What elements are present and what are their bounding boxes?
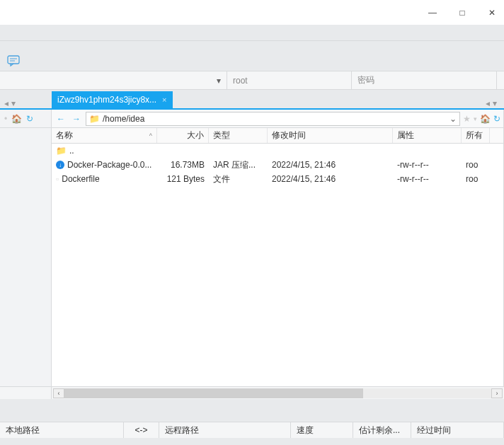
file-name: Dockerfile (62, 174, 99, 184)
cell-size: 16.73MB (157, 160, 209, 170)
remote-nav-back-icon[interactable]: ◂ (486, 98, 490, 108)
col-name-header[interactable]: 名称 (52, 128, 157, 143)
local-tab-nav: ◂ ▾ (0, 98, 52, 108)
status-header-row: 本地路径 <-> 远程路径 速度 估计剩余... 经过时间 (0, 422, 504, 438)
password-field[interactable]: 密码 (352, 71, 497, 89)
cell-modified: 2022/4/15, 21:46 (268, 160, 393, 170)
hscroll-right-button[interactable]: › (491, 388, 503, 398)
col-owner-header[interactable]: 所有 (462, 128, 490, 143)
session-tab-label: iZwz9hv1phm24s3jicy8x... (57, 95, 156, 105)
local-nav-back-icon[interactable]: ◂ (4, 98, 8, 108)
window-minimize-button[interactable]: — (426, 6, 439, 19)
host-dropdown-icon[interactable]: ▾ (217, 76, 221, 86)
hscroll-row: ‹ › (0, 386, 504, 399)
remote-nav-menu-icon[interactable]: ▾ (493, 98, 497, 108)
hscroll-thumb[interactable] (64, 388, 363, 398)
main-split: • 🏠 ↻ ← → 📁 /home/idea ⌄ ★ ▾ 🏠 ↻ 名称 大小 类… (0, 108, 504, 386)
cell-modified: 2022/4/15, 21:46 (268, 174, 393, 184)
connection-bar: ▾ root 密码 (0, 71, 504, 90)
folder-icon: 📁 (89, 114, 100, 124)
hscroll-bar[interactable]: ‹ › (52, 387, 504, 399)
window-titlebar: — □ ✕ (0, 0, 504, 25)
status-col-remote[interactable]: 远程路径 (159, 422, 291, 438)
cell-attr: -rw-r--r-- (393, 174, 462, 184)
file-grid: 名称 大小 类型 修改时间 属性 所有 📁..↓Docker-Package-0… (52, 128, 503, 386)
nav-forward-button[interactable]: → (70, 112, 83, 125)
status-col-direction[interactable]: <-> (124, 422, 159, 438)
cell-name: ▫Dockerfile (52, 174, 157, 184)
local-panel-strip: • 🏠 ↻ (0, 110, 52, 386)
cell-owner: roo (462, 160, 490, 170)
hscroll-left-spacer (0, 387, 52, 399)
file-row[interactable]: 📁.. (52, 144, 503, 158)
local-nav-menu-icon[interactable]: ▾ (11, 98, 16, 108)
status-col-speed[interactable]: 速度 (291, 422, 353, 438)
local-toolbar: • 🏠 ↻ (0, 110, 51, 128)
col-size-header[interactable]: 大小 (157, 128, 209, 143)
window-close-button[interactable]: ✕ (486, 6, 498, 19)
file-row[interactable]: ↓Docker-Package-0.0...16.73MBJAR 压缩...20… (52, 158, 503, 172)
username-placeholder: root (233, 76, 248, 86)
nav-back-button[interactable]: ← (55, 112, 67, 125)
folder-up-icon: 📁 (56, 146, 67, 156)
password-placeholder: 密码 (357, 74, 374, 86)
file-name: Docker-Package-0.0... (67, 160, 151, 170)
window-maximize-button[interactable]: □ (456, 6, 469, 19)
remote-home-icon[interactable]: 🏠 (480, 114, 491, 124)
hscroll-track[interactable] (64, 388, 491, 398)
remote-panel: ← → 📁 /home/idea ⌄ ★ ▾ 🏠 ↻ 名称 大小 类型 修改时间… (52, 110, 504, 386)
cell-type: 文件 (209, 173, 268, 185)
bookmark-dropdown-icon[interactable]: ▾ (474, 115, 477, 122)
transfer-queue-area (0, 399, 504, 422)
session-tab-bar: ◂ ▾ iZwz9hv1phm24s3jicy8x... × ◂ ▾ (0, 90, 504, 108)
file-icon: ▫ (56, 174, 59, 184)
path-text: /home/idea (103, 114, 447, 124)
col-modified-header[interactable]: 修改时间 (268, 128, 393, 143)
col-type-header[interactable]: 类型 (209, 128, 268, 143)
hscroll-left-button[interactable]: ‹ (53, 388, 64, 398)
status-col-elapsed[interactable]: 经过时间 (411, 422, 504, 438)
path-dropdown-icon[interactable]: ⌄ (449, 114, 457, 124)
local-menu-icon[interactable]: • (4, 114, 7, 124)
status-col-local[interactable]: 本地路径 (0, 422, 124, 438)
cell-name: 📁.. (52, 146, 157, 156)
grid-body: 📁..↓Docker-Package-0.0...16.73MBJAR 压缩..… (52, 144, 503, 386)
remote-tab-nav: ◂ ▾ (479, 98, 504, 108)
path-input[interactable]: 📁 /home/idea ⌄ (86, 112, 460, 126)
grid-header: 名称 大小 类型 修改时间 属性 所有 (52, 128, 503, 144)
status-col-eta[interactable]: 估计剩余... (353, 422, 411, 438)
toolbar-blank-area (0, 25, 504, 41)
svg-rect-0 (8, 56, 19, 64)
host-field[interactable]: ▾ (0, 71, 227, 89)
remote-refresh-icon[interactable]: ↻ (493, 114, 500, 124)
cell-size: 121 Bytes (157, 174, 209, 184)
address-toolbar: ← → 📁 /home/idea ⌄ ★ ▾ 🏠 ↻ (52, 110, 503, 128)
file-row[interactable]: ▫Dockerfile121 Bytes文件2022/4/15, 21:46-r… (52, 172, 503, 186)
local-refresh-icon[interactable]: ↻ (26, 114, 33, 124)
bookmark-star-icon[interactable]: ★ (463, 114, 471, 124)
log-icon[interactable] (7, 55, 20, 69)
jar-icon: ↓ (56, 161, 64, 169)
cell-name: ↓Docker-Package-0.0... (52, 160, 157, 170)
session-tab-active[interactable]: iZwz9hv1phm24s3jicy8x... × (52, 91, 173, 108)
username-field[interactable]: root (227, 71, 352, 89)
cell-type: JAR 压缩... (209, 159, 268, 171)
cell-owner: roo (462, 174, 490, 184)
cell-attr: -rw-r--r-- (393, 160, 462, 170)
col-attr-header[interactable]: 属性 (393, 128, 462, 143)
local-home-icon[interactable]: 🏠 (11, 114, 22, 124)
file-name: .. (69, 146, 74, 156)
session-tab-close-icon[interactable]: × (162, 96, 166, 104)
